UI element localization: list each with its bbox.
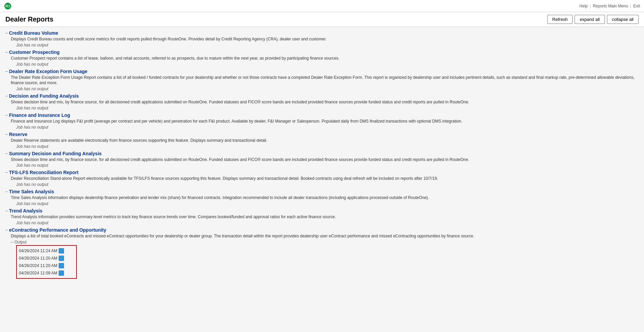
report-name-reserve: Reserve [9, 132, 28, 137]
report-name-credit-bureau-volume: Credit Bureau Volume [9, 30, 58, 36]
report-name-decision-funding-analysis: Decision and Funding Analysis [9, 93, 79, 99]
top-bar: R1 Help | Reports Main Menu | Exit [0, 0, 644, 12]
toggle-icon-credit-bureau-volume[interactable]: – [5, 31, 8, 35]
output-datetime-0: 04/26/2024 11:24 AM [19, 248, 57, 253]
page-title: Dealer Reports [5, 15, 53, 23]
report-title-customer-prospecting[interactable]: – Customer Prospecting [5, 49, 639, 55]
toggle-icon-tfs-lfs-reconciliation[interactable]: – [5, 170, 8, 175]
report-no-output-summary-decision-funding: Job has no output [16, 163, 639, 168]
reports-main-menu-link[interactable]: Reports Main Menu [593, 4, 628, 8]
report-title-summary-decision-funding[interactable]: – Summary Decision and Funding Analysis [5, 151, 639, 156]
output-row-1: 04/26/2024 11:20 AM [18, 255, 75, 262]
report-section-trend-analysis: – Trend Analysis Trend Analysis informat… [5, 208, 639, 225]
report-section-summary-decision-funding: – Summary Decision and Funding Analysis … [5, 151, 639, 168]
output-toggle[interactable]: – [11, 240, 13, 244]
report-title-decision-funding-analysis[interactable]: – Decision and Funding Analysis [5, 93, 639, 99]
report-section-time-sales-analysis: – Time Sales Analysis Time Sales Analysi… [5, 189, 639, 206]
report-name-trend-analysis: Trend Analysis [9, 208, 42, 213]
report-desc-finance-insurance-log: Finance and Insurance Log displays F&I p… [11, 119, 639, 124]
report-name-econtracting-performance: eContracting Performance and Opportunity [9, 227, 106, 233]
toggle-icon-econtracting-performance[interactable]: – [5, 228, 8, 232]
output-rows: 04/26/2024 11:24 AM 04/26/2024 11:20 AM … [16, 245, 639, 279]
toggle-icon-decision-funding-analysis[interactable]: – [5, 94, 8, 98]
report-no-output-time-sales-analysis: Job has no output [16, 201, 639, 206]
report-name-summary-decision-funding: Summary Decision and Funding Analysis [9, 151, 102, 156]
toggle-icon-customer-prospecting[interactable]: – [5, 50, 8, 55]
report-no-output-reserve: Job has no output [16, 144, 639, 149]
report-section-econtracting-performance: – eContracting Performance and Opportuni… [5, 227, 639, 279]
report-desc-trend-analysis: Trend Analysis information provides summ… [11, 214, 639, 220]
svg-text:R1: R1 [5, 4, 10, 8]
output-section-econtracting-performance: – Output 04/26/2024 11:24 AM 04/26/2024 … [11, 240, 639, 279]
logo-container: R1 [4, 2, 11, 10]
doc-icon-2[interactable] [59, 263, 64, 268]
report-no-output-dealer-rate-exception: Job has no output [16, 87, 639, 91]
report-no-output-trend-analysis: Job has no output [16, 221, 639, 225]
toggle-icon-finance-insurance-log[interactable]: – [5, 113, 8, 118]
help-link[interactable]: Help [579, 4, 588, 8]
toggle-icon-time-sales-analysis[interactable]: – [5, 189, 8, 194]
toggle-icon-summary-decision-funding[interactable]: – [5, 151, 8, 156]
report-name-customer-prospecting: Customer Prospecting [9, 49, 60, 55]
report-name-tfs-lfs-reconciliation: TFS-LFS Reconciliation Report [9, 170, 79, 175]
top-bar-right: Help | Reports Main Menu | Exit [579, 4, 640, 8]
report-section-decision-funding-analysis: – Decision and Funding Analysis Shows de… [5, 93, 639, 110]
report-section-tfs-lfs-reconciliation: – TFS-LFS Reconciliation Report Dealer R… [5, 170, 639, 187]
report-title-dealer-rate-exception[interactable]: – Dealer Rate Exception Form Usage [5, 69, 639, 74]
doc-icon-1[interactable] [59, 256, 64, 261]
report-desc-econtracting-performance: Displays a list of total booked eContrac… [11, 233, 639, 239]
report-section-credit-bureau-volume: – Credit Bureau Volume Displays Credit B… [5, 30, 639, 47]
toggle-icon-reserve[interactable]: – [5, 132, 8, 137]
collapse-all-button[interactable]: collapse all [607, 15, 639, 24]
toggle-icon-dealer-rate-exception[interactable]: – [5, 69, 8, 74]
header-bar: Dealer Reports Refresh expand all collap… [0, 12, 644, 27]
sep2: | [630, 4, 631, 8]
report-desc-customer-prospecting: Customer Prospect report contains a list… [11, 56, 639, 61]
output-datetime-1: 04/26/2024 11:20 AM [19, 256, 57, 261]
report-no-output-credit-bureau-volume: Job has no output [16, 43, 639, 47]
main-content: – Credit Bureau Volume Displays Credit B… [0, 27, 644, 332]
report-no-output-decision-funding-analysis: Job has no output [16, 106, 639, 110]
report-title-econtracting-performance[interactable]: – eContracting Performance and Opportuni… [5, 227, 639, 233]
doc-icon-0[interactable] [59, 248, 64, 254]
report-desc-reserve: Dealer Reserve statements are available … [11, 138, 639, 143]
report-desc-decision-funding-analysis: Shows decision time and mix, by finance … [11, 99, 639, 105]
output-row-2: 04/26/2024 11:20 AM [18, 262, 75, 269]
report-section-finance-insurance-log: – Finance and Insurance Log Finance and … [5, 112, 639, 130]
output-datetime-3: 04/26/2024 11:09 AM [19, 271, 57, 275]
header-buttons: Refresh expand all collapse all [547, 15, 639, 24]
report-no-output-finance-insurance-log: Job has no output [16, 125, 639, 130]
output-datetime-2: 04/26/2024 11:20 AM [19, 263, 57, 268]
sep1: | [590, 4, 591, 8]
toggle-icon-trend-analysis[interactable]: – [5, 208, 8, 213]
report-title-time-sales-analysis[interactable]: – Time Sales Analysis [5, 189, 639, 194]
output-text: Output [14, 240, 27, 244]
refresh-button[interactable]: Refresh [547, 15, 573, 24]
report-title-reserve[interactable]: – Reserve [5, 132, 639, 137]
report-section-dealer-rate-exception: – Dealer Rate Exception Form Usage The D… [5, 69, 639, 92]
doc-icon-3[interactable] [59, 270, 64, 276]
report-section-reserve: – Reserve Dealer Reserve statements are … [5, 132, 639, 149]
report-no-output-tfs-lfs-reconciliation: Job has no output [16, 182, 639, 187]
report-no-output-customer-prospecting: Job has no output [16, 62, 639, 67]
report-desc-tfs-lfs-reconciliation: Dealer Reconciliation Stand-alone Report… [11, 176, 639, 181]
output-rows-container: 04/26/2024 11:24 AM 04/26/2024 11:20 AM … [16, 245, 77, 279]
expand-all-button[interactable]: expand all [575, 15, 605, 24]
report-desc-summary-decision-funding: Shows decision time and mix, by finance … [11, 157, 639, 163]
report-desc-dealer-rate-exception: The Dealer Rate Exception Form Usage Rep… [11, 75, 639, 86]
report-desc-time-sales-analysis: Time Sales Analysis information displays… [11, 195, 639, 201]
routeone-logo: R1 [4, 2, 11, 10]
report-desc-credit-bureau-volume: Displays Credit Bureau counts and credit… [11, 36, 639, 42]
output-row-3: 04/26/2024 11:09 AM [18, 269, 75, 277]
report-title-credit-bureau-volume[interactable]: – Credit Bureau Volume [5, 30, 639, 36]
exit-link[interactable]: Exit [633, 4, 640, 8]
report-name-dealer-rate-exception: Dealer Rate Exception Form Usage [9, 69, 88, 74]
output-row-0: 04/26/2024 11:24 AM [18, 247, 75, 255]
report-name-time-sales-analysis: Time Sales Analysis [9, 189, 54, 194]
output-label: – Output [11, 240, 639, 244]
report-title-finance-insurance-log[interactable]: – Finance and Insurance Log [5, 112, 639, 118]
report-name-finance-insurance-log: Finance and Insurance Log [9, 112, 70, 118]
report-section-customer-prospecting: – Customer Prospecting Customer Prospect… [5, 49, 639, 67]
report-title-trend-analysis[interactable]: – Trend Analysis [5, 208, 639, 213]
report-title-tfs-lfs-reconciliation[interactable]: – TFS-LFS Reconciliation Report [5, 170, 639, 175]
